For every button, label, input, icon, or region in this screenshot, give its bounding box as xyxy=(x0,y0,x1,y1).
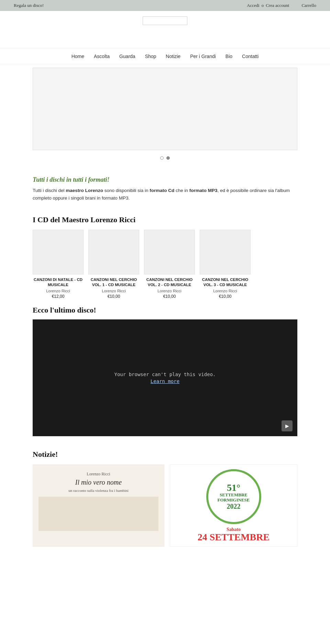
nav-home[interactable]: Home xyxy=(72,54,84,59)
cd-title-2: CANZONI NEL CERCHIO VOL. 1 - CD MUSICALE xyxy=(88,277,139,287)
cd-price-1: €12,00 xyxy=(33,294,84,299)
cd-title-3: CANZONI NEL CERCHIO VOL. 2 - CD MUSICALE xyxy=(144,277,195,287)
cd-artist-2: Lorenzo Ricci xyxy=(88,289,139,293)
video-browser-message: Your browser can't play this video. xyxy=(114,372,216,377)
carrello-link[interactable]: Carrello xyxy=(301,3,316,8)
cd-image-3 xyxy=(144,230,195,274)
slider-dot-2[interactable] xyxy=(166,156,170,160)
top-bar: Regala un disco! Accedi o Crea account C… xyxy=(0,0,330,11)
cd-artist-1: Lorenzo Ricci xyxy=(33,289,84,293)
cd-section: I CD del Maestro Lorenzo Ricci CANZONI D… xyxy=(0,208,330,306)
video-section-title: Ecco l'ultimo disco! xyxy=(33,306,297,315)
nav-ascolta[interactable]: Ascolta xyxy=(94,54,110,59)
slider-dot-1[interactable] xyxy=(160,156,164,160)
notizie-section: Notizie! Lorenzo Ricci Il mio vero nome … xyxy=(0,443,330,550)
festival-name: SETTEMBRE FORMIGINESE xyxy=(218,493,250,502)
cd-grid: CANZONI DI NATALE - CD MUSICALE Lorenzo … xyxy=(33,230,297,299)
top-bar-right: Accedi o Crea account Carrello xyxy=(247,3,316,8)
cd-image-1 xyxy=(33,230,84,274)
book-author: Lorenzo Ricci xyxy=(87,472,110,477)
hero-slider xyxy=(33,68,297,150)
festival-date: 24 SETTEMBRE xyxy=(198,532,270,542)
video-learn-more-link[interactable]: Learn more xyxy=(151,379,179,384)
cd-section-title: I CD del Maestro Lorenzo Ricci xyxy=(33,215,297,224)
cd-artist-4: Lorenzo Ricci xyxy=(200,289,251,293)
festival-date-area: Sabato 24 SETTEMBRE xyxy=(198,527,270,542)
cd-image-2 xyxy=(88,230,139,274)
o-separator: o xyxy=(262,3,264,8)
notizie-festival-card[interactable]: 51° SETTEMBRE FORMIGINESE 2022 Sabato 24… xyxy=(170,464,297,547)
festival-number: 51° xyxy=(227,483,240,493)
cd-price-3: €10,00 xyxy=(144,294,195,299)
festival-year: 2022 xyxy=(227,502,241,510)
nav-guarda[interactable]: Guarda xyxy=(119,54,135,59)
festival-ring: 51° SETTEMBRE FORMIGINESE 2022 xyxy=(206,469,261,524)
notizie-book-card[interactable]: Lorenzo Ricci Il mio vero nome un raccon… xyxy=(33,464,164,547)
main-nav: Home Ascolta Guarda Shop Notizie Per i G… xyxy=(0,48,330,64)
cd-title-4: CANZONI NEL CERCHIO VOL. 3 - CD MUSICALE xyxy=(200,277,251,287)
book-title: Il mio vero nome xyxy=(75,478,122,486)
cd-artist-3: Lorenzo Ricci xyxy=(144,289,195,293)
nav-bio[interactable]: Bio xyxy=(226,54,232,59)
cd-price-2: €10,00 xyxy=(88,294,139,299)
crea-account-link[interactable]: Crea account xyxy=(266,3,289,8)
search-input[interactable] xyxy=(143,16,187,25)
cd-card-1[interactable]: CANZONI DI NATALE - CD MUSICALE Lorenzo … xyxy=(33,230,84,299)
formats-section: Tutti i dischi in tutti i formati! Tutti… xyxy=(0,169,330,208)
cd-image-4 xyxy=(200,230,251,274)
formats-title: Tutti i dischi in tutti i formati! xyxy=(33,176,297,183)
video-section: Ecco l'ultimo disco! Your browser can't … xyxy=(0,306,330,443)
search-area xyxy=(0,11,330,28)
nav-notizie[interactable]: Notizie xyxy=(166,54,180,59)
slider-dots xyxy=(0,154,330,162)
accedi-link[interactable]: Accedi xyxy=(247,3,260,8)
nav-per-i-grandi[interactable]: Per i Grandi xyxy=(190,54,216,59)
formats-desc: Tutti i dischi del maestro Lorenzo sono … xyxy=(33,187,297,202)
cd-card-4[interactable]: CANZONI NEL CERCHIO VOL. 3 - CD MUSICALE… xyxy=(200,230,251,299)
notizie-grid: Lorenzo Ricci Il mio vero nome un raccon… xyxy=(33,464,297,547)
nav-contatti[interactable]: Contatti xyxy=(242,54,258,59)
cd-price-4: €10,00 xyxy=(200,294,251,299)
cd-title-1: CANZONI DI NATALE - CD MUSICALE xyxy=(33,277,84,287)
cd-card-3[interactable]: CANZONI NEL CERCHIO VOL. 2 - CD MUSICALE… xyxy=(144,230,195,299)
video-play-button[interactable] xyxy=(282,420,293,431)
festival-logo: 51° SETTEMBRE FORMIGINESE 2022 Sabato 24… xyxy=(174,469,294,542)
logo-area xyxy=(0,28,330,48)
cd-card-2[interactable]: CANZONI NEL CERCHIO VOL. 1 - CD MUSICALE… xyxy=(88,230,139,299)
book-subtitle: un racconto sulla violenza fra i bambini xyxy=(68,488,129,493)
regala-link[interactable]: Regala un disco! xyxy=(14,3,44,8)
notizie-title: Notizie! xyxy=(33,450,297,459)
book-image xyxy=(38,497,158,531)
nav-shop[interactable]: Shop xyxy=(145,54,156,59)
video-container: Your browser can't play this video. Lear… xyxy=(33,319,297,436)
